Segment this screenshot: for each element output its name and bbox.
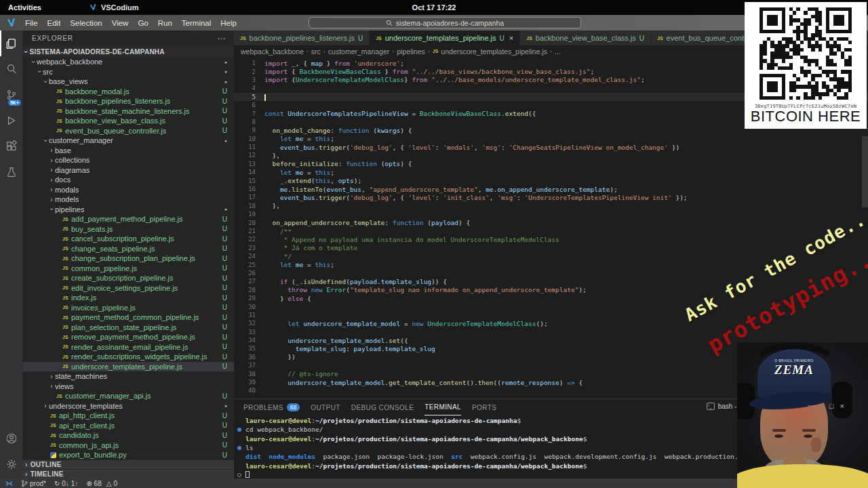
tree-item-add_payment_method_pipeline.js[interactable]: JSadd_payment_method_pipeline.jsU xyxy=(22,214,234,224)
panel-maximize-icon[interactable]: □ xyxy=(829,402,834,410)
editor-line[interactable]: 10 let me = this; xyxy=(234,135,868,143)
panel-tab-debug-console[interactable]: DEBUG CONSOLE xyxy=(351,399,414,415)
tree-item-underscore_templates_pipeline.js[interactable]: JSunderscore_templates_pipeline.jsU xyxy=(22,362,234,372)
menu-selection[interactable]: Selection xyxy=(65,19,106,27)
editor-line[interactable]: 19 xyxy=(234,210,868,218)
tree-item-invoices_pipeline.js[interactable]: JSinvoices_pipeline.jsU xyxy=(22,303,234,313)
sidebar-section-timeline[interactable]: ›TIMELINE xyxy=(22,469,234,479)
editor-line[interactable]: 22 * Append no payload uma instancia do … xyxy=(234,235,868,243)
tree-item-candidato.js[interactable]: JScandidato.jsU xyxy=(22,430,234,441)
tree-item-payment_method_common_pipeline.js[interactable]: JSpayment_method_common_pipeline.jsU xyxy=(22,312,234,323)
settings-gear-icon[interactable] xyxy=(0,451,22,477)
editor-scrollbar[interactable] xyxy=(862,136,868,207)
menu-go[interactable]: Go xyxy=(133,19,153,27)
editor-line[interactable]: 21 /** xyxy=(234,227,868,235)
editor-line[interactable]: 11 event_bus.trigger('debug_log', { 'lev… xyxy=(234,143,868,151)
tree-item-backbone_modal.js[interactable]: JSbackbone_modal.jsU xyxy=(22,87,234,97)
editor-line[interactable]: 20 on_append_underscore_template: functi… xyxy=(234,218,868,226)
breadcrumb-item[interactable]: customer_manager xyxy=(328,47,389,56)
menu-help[interactable]: Help xyxy=(216,19,241,27)
tree-item-api_http_client.js[interactable]: JSapi_http_client.jsU xyxy=(22,411,234,421)
tree-item-change_seats_pipeline.js[interactable]: JSchange_seats_pipeline.jsU xyxy=(22,244,234,254)
search-sidebar-icon[interactable] xyxy=(0,56,22,82)
tree-item-models[interactable]: ›models xyxy=(22,195,234,205)
extensions-icon[interactable] xyxy=(0,134,22,159)
tree-item-base_views[interactable]: ›base_views● xyxy=(22,77,234,87)
menu-terminal[interactable]: Terminal xyxy=(177,19,216,27)
menu-run[interactable]: Run xyxy=(153,19,177,27)
breadcrumb-item[interactable]: underscore_templates_pipeline.js xyxy=(441,47,547,56)
tree-item-cancel_subscription_pipeline.js[interactable]: JScancel_subscription_pipeline.jsU xyxy=(22,234,234,244)
command-decoration[interactable] xyxy=(237,446,241,450)
panel-tab-ports[interactable]: PORTS xyxy=(472,399,496,415)
tree-item-common_js_api.js[interactable]: JScommon_js_api.jsU xyxy=(22,441,234,451)
tree-item-diagramas[interactable]: ›diagramas xyxy=(22,165,234,176)
tab-underscore_templates_pipeline.js[interactable]: JSunderscore_templates_pipeline.jsU× xyxy=(370,30,520,45)
run-debug-icon[interactable] xyxy=(0,108,22,134)
tree-item-remove_payment_method_pipeline.js[interactable]: JSremove_payment_method_pipeline.jsU xyxy=(22,332,234,342)
editor-line[interactable]: 23 * Já com o template xyxy=(234,244,868,252)
command-decoration[interactable] xyxy=(237,428,241,432)
problems-indicator[interactable]: ⊗ 68 △ 0 xyxy=(86,480,117,487)
tree-item-customer_manager_api.js[interactable]: JScustomer_manager_api.jsU xyxy=(22,391,234,401)
source-control-icon[interactable]: 5K+ xyxy=(0,82,22,108)
sidebar-section-outline[interactable]: ›OUTLINE xyxy=(22,460,234,469)
editor-line[interactable]: 33 xyxy=(234,328,868,336)
breadcrumb-item[interactable]: pipelines xyxy=(397,47,425,56)
breadcrumb-item[interactable]: src xyxy=(311,47,321,56)
tree-item-underscore_templates[interactable]: ›underscore_templates● xyxy=(22,401,234,411)
panel-tab-problems[interactable]: PROBLEMS68 xyxy=(243,399,300,415)
editor-line[interactable]: 17 event_bus.trigger('debug_log', { 'lev… xyxy=(234,193,868,201)
explorer-icon[interactable] xyxy=(0,30,22,56)
editor-line[interactable]: 28 throw new Error("template_slug nao in… xyxy=(234,286,868,294)
activities-button[interactable]: Activities xyxy=(0,3,50,12)
tree-item-webpack_backbone[interactable]: ›webpack_backbone● xyxy=(22,57,234,67)
breadcrumb-item[interactable]: webpack_backbone xyxy=(241,47,304,56)
tree-item-pipelines[interactable]: ›pipelines● xyxy=(22,205,234,215)
account-icon[interactable] xyxy=(0,426,22,451)
editor-line[interactable]: 12 }, xyxy=(234,151,868,159)
tree-item-event_bus_queue_controller.js[interactable]: JSevent_bus_queue_controller.jsU xyxy=(22,126,234,136)
tree-item-views[interactable]: ›views xyxy=(22,382,234,392)
tree-item-create_subscription_pipeline.js[interactable]: JScreate_subscription_pipeline.jsU xyxy=(22,273,234,283)
panel-close-icon[interactable]: × xyxy=(840,402,844,410)
editor-line[interactable]: 13 before_initialize: function (opts) { xyxy=(234,160,868,168)
panel-tab-output[interactable]: OUTPUT xyxy=(311,399,340,415)
sync-indicator[interactable]: ↻ 0↓ 1↑ xyxy=(54,480,78,487)
tab-backbone_pipelines_listeners.js[interactable]: JSbackbone_pipelines_listeners.jsU xyxy=(234,30,370,45)
tree-item-collections[interactable]: ›collections xyxy=(22,155,234,165)
tree-item-common_pipeline.js[interactable]: JScommon_pipeline.jsU xyxy=(22,264,234,274)
close-icon[interactable]: × xyxy=(509,34,513,42)
explorer-more-icon[interactable]: ⋯ xyxy=(217,34,226,43)
tree-item-src[interactable]: ›src● xyxy=(22,67,234,77)
tree-item-backbone_view_base_class.js[interactable]: JSbackbone_view_base_class.jsU xyxy=(22,116,234,126)
project-root-row[interactable]: › SISTEMA-APOIADORES-DE-CAMPANHA xyxy=(22,46,234,57)
tree-item-plan_selection_state_pipeline.js[interactable]: JSplan_selection_state_pipeline.jsU xyxy=(22,323,234,333)
tree-item-docs[interactable]: ›docs xyxy=(22,175,234,185)
menu-view[interactable]: View xyxy=(107,19,134,27)
tree-item-modals[interactable]: ›modals xyxy=(22,185,234,195)
editor-line[interactable]: 15 _.extend(this, opts); xyxy=(234,176,868,184)
tree-item-index.js[interactable]: JSindex.jsU xyxy=(22,293,234,303)
git-branch-indicator[interactable]: prod* xyxy=(21,480,46,487)
editor-line[interactable]: 14 let me = this; xyxy=(234,168,868,176)
tree-item-edit_invoice_settings_pipeline.js[interactable]: JSedit_invoice_settings_pipeline.jsU xyxy=(22,283,234,293)
breadcrumb-item[interactable]: ... xyxy=(555,47,561,56)
editor-line[interactable]: 16 me.listenTo(event_bus, "append_unders… xyxy=(234,185,868,193)
remote-indicator[interactable] xyxy=(5,480,13,487)
panel-more-icon[interactable]: ⋯ xyxy=(808,401,815,410)
tree-item-export_to_bundle.py[interactable]: export_to_bundle.pyU xyxy=(22,450,234,460)
menu-edit[interactable]: Edit xyxy=(43,19,66,27)
menu-file[interactable]: File xyxy=(20,19,43,27)
tree-item-render_assinante_email_pipeline.js[interactable]: JSrender_assinante_email_pipeline.jsU xyxy=(22,342,234,352)
tree-item-change_subscription_plan_pipeline.js[interactable]: JSchange_subscription_plan_pipeline.jsU xyxy=(22,253,234,264)
tree-item-buy_seats.js[interactable]: JSbuy_seats.jsU xyxy=(22,224,234,235)
testing-icon[interactable] xyxy=(0,159,22,185)
command-center-search[interactable]: sistema-apoiadores-de-campanha xyxy=(309,17,581,28)
tree-item-base[interactable]: ›base xyxy=(22,146,234,156)
tab-backbone_view_base_class.js[interactable]: JSbackbone_view_base_class.jsU xyxy=(520,30,651,45)
tree-item-state_machines[interactable]: ›state_machines xyxy=(22,371,234,382)
tree-item-backbone_state_machine_listeners.js[interactable]: JSbackbone_state_machine_listeners.jsU xyxy=(22,106,234,117)
tree-item-backbone_pipelines_listeners.js[interactable]: JSbackbone_pipelines_listeners.jsU xyxy=(22,96,234,106)
panel-tab-terminal[interactable]: TERMINAL xyxy=(425,399,461,415)
